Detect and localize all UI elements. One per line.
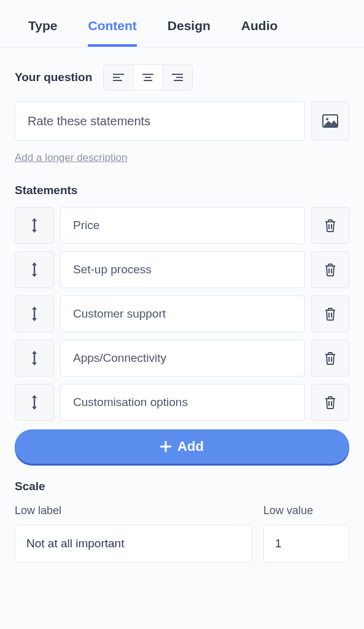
- trash-icon: [324, 351, 336, 365]
- add-description-link[interactable]: Add a longer description: [15, 152, 127, 164]
- drag-vertical-icon: [30, 262, 39, 278]
- delete-statement-button[interactable]: [311, 295, 349, 332]
- align-right-icon: [172, 73, 183, 82]
- add-button-label: Add: [177, 439, 204, 455]
- statement-row: [15, 207, 349, 244]
- trash-icon: [324, 219, 336, 232]
- statement-input[interactable]: [60, 207, 305, 244]
- delete-statement-button[interactable]: [311, 384, 349, 421]
- low-value-input[interactable]: [263, 525, 349, 563]
- svg-point-10: [326, 118, 328, 120]
- statement-row: [15, 384, 349, 421]
- statement-row: [15, 340, 349, 377]
- question-input[interactable]: [15, 101, 305, 141]
- drag-vertical-icon: [30, 306, 39, 322]
- delete-statement-button[interactable]: [311, 251, 349, 288]
- tab-audio[interactable]: Audio: [241, 18, 277, 47]
- trash-icon: [324, 307, 336, 321]
- low-label-caption: Low label: [15, 504, 252, 517]
- drag-vertical-icon: [30, 394, 39, 410]
- align-left-button[interactable]: [104, 65, 133, 90]
- statements-section: Statements: [0, 169, 364, 464]
- tab-type[interactable]: Type: [28, 18, 57, 47]
- trash-icon: [324, 396, 336, 409]
- plus-icon: [160, 441, 171, 452]
- align-center-button[interactable]: [133, 65, 163, 90]
- statement-input[interactable]: [60, 251, 305, 288]
- statement-row: [15, 295, 349, 332]
- statement-input[interactable]: [60, 340, 305, 377]
- tab-design[interactable]: Design: [168, 18, 211, 47]
- question-label: Your question: [15, 71, 92, 84]
- tab-content[interactable]: Content: [88, 18, 136, 47]
- low-label-input[interactable]: [15, 525, 252, 563]
- delete-statement-button[interactable]: [311, 207, 349, 244]
- drag-handle[interactable]: [15, 207, 54, 244]
- align-group: [103, 64, 193, 90]
- question-section: Your question: [0, 47, 364, 169]
- delete-statement-button[interactable]: [311, 340, 349, 377]
- drag-vertical-icon: [30, 350, 39, 366]
- drag-handle[interactable]: [15, 251, 54, 288]
- drag-handle[interactable]: [15, 384, 54, 421]
- scale-section: Scale Low label Low value: [0, 464, 364, 577]
- align-right-button[interactable]: [163, 65, 192, 90]
- add-statement-button[interactable]: Add: [15, 429, 349, 464]
- drag-handle[interactable]: [15, 340, 54, 377]
- statement-input[interactable]: [60, 295, 305, 332]
- align-center-icon: [142, 73, 153, 82]
- scale-label: Scale: [15, 480, 349, 493]
- statements-label: Statements: [15, 184, 349, 197]
- tab-bar: Type Content Design Audio: [0, 0, 364, 47]
- low-value-caption: Low value: [263, 504, 349, 517]
- drag-vertical-icon: [30, 217, 39, 233]
- image-icon: [322, 114, 338, 128]
- trash-icon: [324, 263, 336, 276]
- statement-input[interactable]: [60, 384, 305, 421]
- align-left-icon: [113, 73, 124, 82]
- statement-row: [15, 251, 349, 288]
- drag-handle[interactable]: [15, 295, 54, 332]
- add-image-button[interactable]: [311, 101, 349, 141]
